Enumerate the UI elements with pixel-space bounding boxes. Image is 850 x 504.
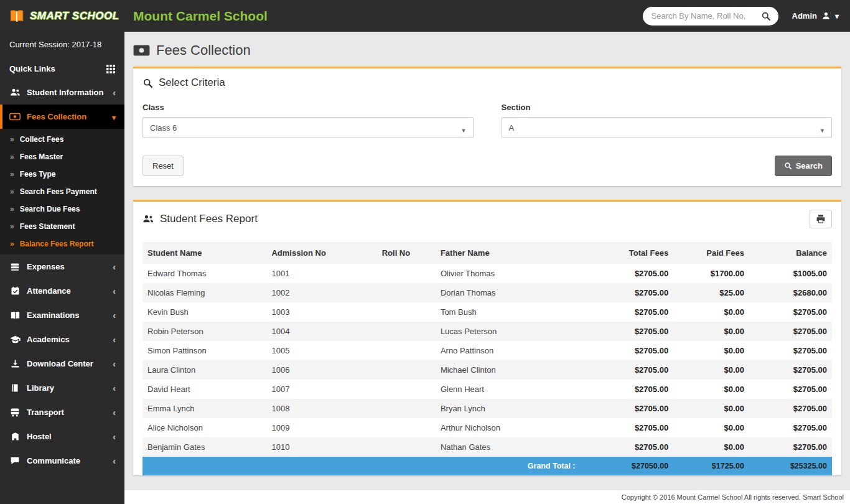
search-input[interactable] — [650, 11, 761, 21]
column-header: Admission No — [266, 242, 376, 264]
current-session: Current Session: 2017-18 — [0, 32, 124, 57]
table-cell: $2705.00 — [749, 302, 832, 322]
top-header: SMART SCHOOL Mount Carmel School Admin — [0, 0, 850, 32]
submenu-item-balance-fees-report[interactable]: Balance Fees Report — [0, 235, 124, 253]
sidebar-item-library[interactable]: Library — [0, 376, 124, 400]
grid-icon — [106, 65, 115, 73]
submenu-item-search-due-fees[interactable]: Search Due Fees — [0, 200, 124, 218]
sidebar-item-expenses[interactable]: Expenses — [0, 254, 124, 279]
sidebar-item-examinations[interactable]: Examinations — [0, 303, 124, 327]
grand-total-label: Grand Total : — [436, 457, 581, 475]
quick-links-label: Quick Links — [9, 64, 55, 73]
print-button[interactable] — [810, 210, 832, 228]
table-cell: $2680.00 — [749, 283, 832, 302]
table-cell: $0.00 — [673, 399, 749, 418]
sidebar-item-download-center[interactable]: Download Center — [0, 352, 124, 376]
sidebar-item-hostel[interactable]: Hostel — [0, 424, 124, 449]
section-select[interactable]: A — [502, 117, 833, 138]
report-header: Student Fees Report — [133, 202, 841, 235]
class-label: Class — [142, 103, 474, 112]
select-caret-icon — [461, 125, 467, 134]
sidebar-item-student-information[interactable]: Student Information — [0, 80, 124, 105]
sidebar-item-quick-links[interactable]: Quick Links — [0, 57, 124, 80]
submenu-item-fees-master[interactable]: Fees Master — [0, 148, 124, 166]
submenu-item-search-fees-payment[interactable]: Search Fees Payment — [0, 183, 124, 200]
table-cell: 1003 — [266, 302, 376, 322]
bus-icon — [9, 408, 21, 417]
submenu-label: Balance Fees Report — [20, 240, 94, 248]
table-cell: $2705.00 — [749, 418, 832, 437]
submenu-item-fees-statement[interactable]: Fees Statement — [0, 218, 124, 235]
grand-total-spacer — [377, 457, 436, 475]
submenu-label: Search Due Fees — [20, 205, 80, 213]
user-icon — [821, 11, 831, 21]
table-cell: Glenn Heart — [436, 380, 581, 399]
search-icon[interactable] — [761, 11, 771, 21]
sidebar-item-label: Expenses — [27, 262, 65, 271]
sidebar-item-fees-collection[interactable]: Fees Collection — [0, 105, 124, 129]
sidebar-item-label: Library — [27, 383, 54, 393]
table-cell: $2705.00 — [581, 418, 674, 437]
grand-total-spacer — [142, 457, 266, 475]
column-header: Total Fees — [581, 242, 674, 264]
download-icon — [9, 359, 21, 368]
admin-menu[interactable]: Admin — [792, 11, 839, 21]
students-icon — [9, 88, 21, 97]
table-cell: $2705.00 — [581, 437, 674, 457]
table-cell: $0.00 — [673, 418, 749, 437]
double-arrow-icon — [10, 222, 14, 231]
table-cell: 1005 — [266, 341, 376, 360]
grand-total-balance: $25325.00 — [749, 457, 832, 475]
select-criteria-card: Select Criteria Class Class 6 Section A … — [133, 67, 841, 186]
sidebar-item-communicate[interactable]: Communicate — [0, 449, 124, 473]
sidebar-item-label: Examinations — [27, 310, 80, 320]
sidebar-item-academics[interactable]: Academics — [0, 327, 124, 352]
chevron-left-icon — [113, 263, 116, 271]
table-cell: Benjamin Gates — [142, 437, 266, 457]
submenu-item-collect-fees[interactable]: Collect Fees — [0, 131, 124, 148]
table-cell: Bryan Lynch — [436, 399, 581, 418]
table-cell: $0.00 — [673, 437, 749, 457]
table-cell: Edward Thomas — [142, 264, 266, 283]
students-icon — [142, 214, 154, 224]
table-cell: Nicolas Fleming — [142, 283, 266, 302]
table-cell: $2705.00 — [749, 341, 832, 360]
grand-total-row: Grand Total : $27050.00 $1725.00 $25325.… — [142, 457, 832, 475]
table-cell — [377, 418, 436, 437]
table-cell: $0.00 — [673, 341, 749, 360]
column-header: Father Name — [436, 242, 581, 264]
chevron-left-icon — [113, 335, 116, 344]
table-cell: $2705.00 — [749, 322, 832, 341]
double-arrow-icon — [10, 205, 14, 213]
reset-button[interactable]: Reset — [142, 156, 184, 176]
select-criteria-header: Select Criteria — [133, 68, 841, 95]
table-cell: Olivier Thomas — [436, 264, 581, 283]
table-cell: $2705.00 — [581, 399, 674, 418]
table-cell: $1005.00 — [749, 264, 832, 283]
table-cell: $2705.00 — [749, 360, 832, 380]
select-criteria-title: Select Criteria — [159, 77, 225, 89]
search-button[interactable]: Search — [775, 156, 832, 176]
sidebar-item-label: Communicate — [27, 456, 80, 465]
table-cell: $1700.00 — [673, 264, 749, 283]
table-row: Nicolas Fleming1002Dorian Thomas$2705.00… — [142, 283, 832, 302]
submenu-item-fees-type[interactable]: Fees Type — [0, 166, 124, 183]
school-name: Mount Carmel School — [133, 9, 268, 24]
table-cell: Arthur Nicholson — [436, 418, 581, 437]
sidebar-item-transport[interactable]: Transport — [0, 400, 124, 424]
table-cell: 1009 — [266, 418, 376, 437]
brand-name: SMART SCHOOL — [30, 10, 119, 22]
submenu-label: Fees Statement — [20, 222, 75, 231]
table-cell — [377, 302, 436, 322]
chevron-down-icon — [835, 11, 839, 21]
logo-book-icon — [7, 8, 26, 24]
sidebar-item-attendance[interactable]: Attendance — [0, 279, 124, 303]
table-cell: $2705.00 — [581, 264, 674, 283]
sidebar-item-label: Academics — [27, 335, 70, 344]
table-cell: 1006 — [266, 360, 376, 380]
table-cell: Alice Nicholson — [142, 418, 266, 437]
book-icon — [9, 383, 21, 393]
open-book-icon — [9, 310, 21, 320]
search-icon — [142, 78, 153, 88]
class-select[interactable]: Class 6 — [142, 117, 474, 138]
